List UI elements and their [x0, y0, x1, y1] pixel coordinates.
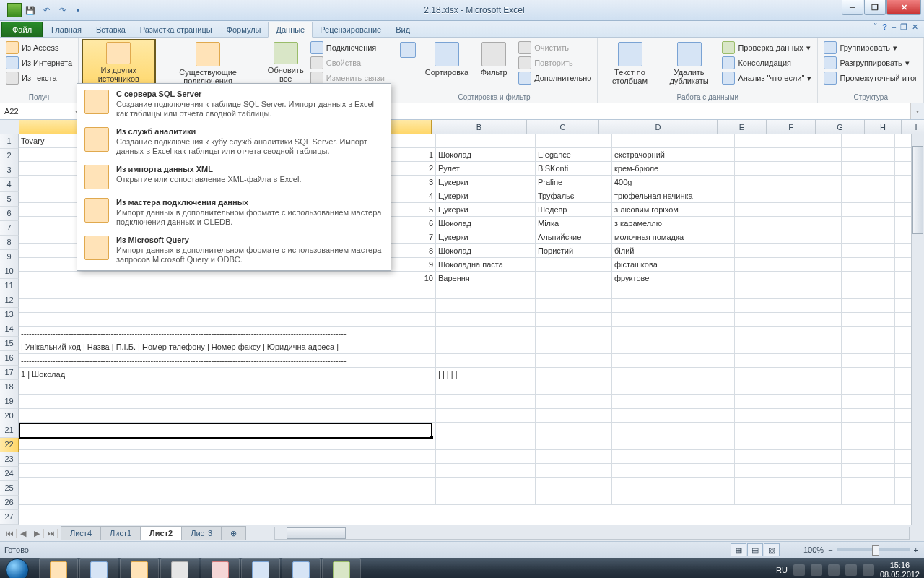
cell[interactable]: 400g [612, 176, 735, 189]
cell[interactable] [735, 423, 788, 436]
cell[interactable] [19, 464, 436, 478]
cell[interactable] [842, 313, 895, 327]
taskbar-app2[interactable] [241, 558, 280, 578]
from-text-button[interactable]: Из текста [3, 71, 75, 85]
cell[interactable] [735, 395, 788, 409]
reapply-button[interactable]: Повторить [515, 56, 594, 70]
mdi-close-icon[interactable]: ✕ [912, 22, 918, 32]
cell[interactable] [788, 244, 842, 258]
cell[interactable]: Труфальє [536, 189, 612, 203]
cell[interactable] [536, 285, 612, 299]
cell[interactable] [842, 134, 895, 148]
cell[interactable] [536, 354, 612, 368]
cell[interactable]: Шоколадна паста [436, 258, 536, 272]
cell[interactable] [788, 189, 842, 203]
cell[interactable] [842, 162, 895, 176]
cell[interactable] [536, 258, 612, 272]
tab-Формулы[interactable]: Формулы [219, 22, 269, 37]
cell[interactable] [19, 299, 436, 313]
clear-filter-button[interactable]: Очистить [515, 40, 594, 55]
cell[interactable] [842, 176, 895, 189]
cell[interactable] [436, 491, 536, 505]
cell[interactable] [436, 340, 536, 354]
cell[interactable] [788, 464, 842, 478]
cell[interactable] [436, 436, 536, 450]
cell[interactable] [788, 491, 842, 505]
horizontal-scrollbar[interactable] [274, 527, 910, 540]
cell[interactable] [735, 450, 788, 464]
expand-formula-icon[interactable]: ▾ [910, 103, 924, 119]
cell[interactable]: з карамеллю [612, 217, 735, 230]
cell[interactable] [436, 285, 536, 299]
cell[interactable]: ----------------------------------------… [19, 354, 436, 368]
cell[interactable] [735, 299, 788, 313]
tray-icon[interactable] [811, 564, 822, 576]
cell[interactable] [612, 299, 735, 313]
cell[interactable] [788, 409, 842, 423]
qat-undo-icon[interactable]: ↶ [39, 3, 53, 17]
cell[interactable] [842, 464, 895, 478]
cell[interactable] [536, 450, 612, 464]
cell[interactable]: 1 | Шоколад [19, 368, 436, 381]
cell[interactable] [842, 203, 895, 217]
cell[interactable] [788, 162, 842, 176]
cell[interactable]: Пористий [536, 244, 612, 258]
cell[interactable] [735, 368, 788, 381]
cell[interactable] [788, 423, 842, 436]
row-header-23[interactable]: 23 [0, 452, 19, 467]
cell[interactable] [19, 313, 436, 327]
row-header-12[interactable]: 12 [0, 293, 19, 308]
cell[interactable]: Цукерки [436, 203, 536, 217]
taskbar-wmp[interactable] [120, 558, 159, 578]
row-header-4[interactable]: 4 [0, 178, 19, 192]
cell[interactable] [788, 436, 842, 450]
col-header-D[interactable]: D [599, 120, 718, 134]
cell[interactable] [436, 395, 536, 409]
ribbon-minimize-icon[interactable]: ˅ [873, 22, 878, 32]
row-header-22[interactable]: 22 [0, 438, 19, 452]
zoom-level[interactable]: 100% [803, 545, 824, 554]
cell[interactable] [788, 340, 842, 354]
cell[interactable] [735, 148, 788, 162]
col-header-B[interactable]: B [432, 120, 527, 134]
row-header-14[interactable]: 14 [0, 322, 19, 337]
tab-Главная[interactable]: Главная [44, 22, 89, 37]
row-header-19[interactable]: 19 [0, 394, 19, 409]
cell[interactable] [436, 478, 536, 491]
cell[interactable] [436, 354, 536, 368]
cell[interactable] [788, 313, 842, 327]
cell[interactable] [19, 285, 436, 299]
cell[interactable] [842, 478, 895, 491]
col-header-E[interactable]: E [718, 120, 767, 134]
cell[interactable] [735, 189, 788, 203]
col-header-I[interactable]: I [902, 120, 924, 134]
cell[interactable] [842, 299, 895, 313]
row-header-21[interactable]: 21 [0, 423, 19, 438]
view-layout-icon[interactable]: ▤ [747, 543, 763, 556]
cell[interactable] [19, 409, 436, 423]
minimize-button[interactable]: ─ [842, 0, 863, 15]
cell[interactable] [788, 217, 842, 230]
row-header-27[interactable]: 27 [0, 510, 19, 525]
cell[interactable]: ----------------------------------------… [19, 327, 436, 340]
cell[interactable] [735, 230, 788, 244]
cell[interactable] [788, 299, 842, 313]
cell[interactable] [536, 409, 612, 423]
col-header-H[interactable]: H [865, 120, 902, 134]
filter-button[interactable]: Фильтр [472, 39, 515, 90]
cell[interactable] [842, 258, 895, 272]
cell[interactable]: Шоколад [436, 148, 536, 162]
cell[interactable] [612, 285, 735, 299]
row-header-3[interactable]: 3 [0, 163, 19, 178]
cell[interactable] [536, 340, 612, 354]
cell[interactable] [612, 464, 735, 478]
cell[interactable]: Рулет [436, 162, 536, 176]
mdi-minimize-icon[interactable]: – [892, 22, 896, 32]
vertical-scrollbar[interactable] [911, 134, 924, 525]
cell[interactable] [735, 272, 788, 285]
from-access-button[interactable]: Из Access [3, 40, 75, 55]
cell[interactable]: білий [612, 244, 735, 258]
cell[interactable] [788, 478, 842, 491]
cell[interactable]: Шоколад [436, 244, 536, 258]
cell[interactable] [788, 285, 842, 299]
